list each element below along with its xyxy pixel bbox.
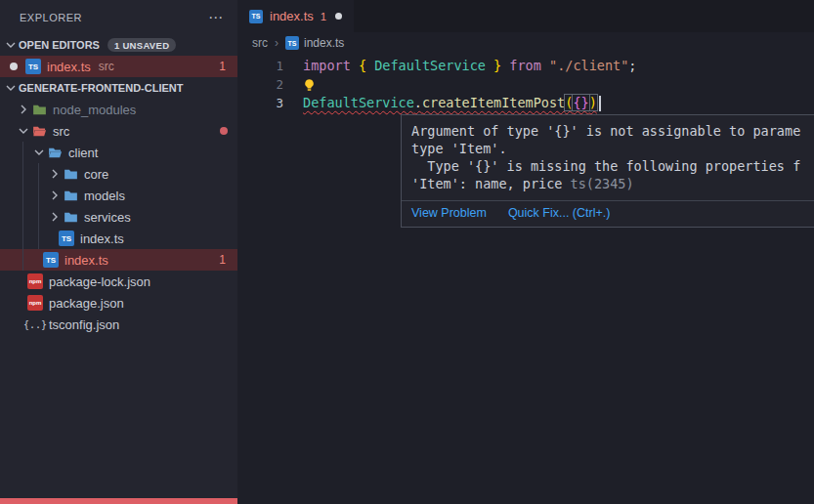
tree-item-src[interactable]: src bbox=[0, 120, 237, 142]
tree-item-package-json[interactable]: npm package.json bbox=[0, 292, 237, 314]
open-editors-label: OPEN EDITORS bbox=[19, 39, 100, 51]
code-line-1[interactable]: 1 import { DefaultService } from "./clie… bbox=[237, 57, 814, 75]
tree-item-models[interactable]: models bbox=[0, 185, 237, 206]
folder-icon bbox=[63, 188, 78, 203]
npm-file-icon: npm bbox=[27, 273, 43, 289]
chevron-down-icon bbox=[3, 80, 19, 96]
tab-label: index.ts bbox=[270, 9, 314, 23]
token-identifier: DefaultService bbox=[303, 95, 414, 110]
breadcrumb: src › TS index.ts bbox=[237, 32, 814, 54]
tree-item-label: models bbox=[84, 189, 125, 203]
open-editors-header[interactable]: OPEN EDITORS 1 UNSAVED bbox=[0, 34, 237, 56]
chevron-down-icon bbox=[31, 145, 47, 160]
token-close-brace: } bbox=[486, 57, 509, 75]
lightbulb-icon[interactable] bbox=[303, 78, 316, 92]
vscode-window: EXPLORER ⋯ OPEN EDITORS 1 UNSAVED TS ind… bbox=[0, 0, 814, 504]
tree-item-node-modules[interactable]: node_modules bbox=[0, 99, 237, 120]
open-editor-file-name: index.ts bbox=[47, 60, 91, 74]
token-dot: . bbox=[414, 95, 422, 110]
view-problem-link[interactable]: View Problem bbox=[411, 206, 487, 220]
folder-open-icon bbox=[47, 145, 63, 160]
editor-pane: TS index.ts 1 src › TS index.ts 1 import… bbox=[237, 0, 814, 504]
explorer-sidebar: EXPLORER ⋯ OPEN EDITORS 1 UNSAVED TS ind… bbox=[0, 0, 237, 504]
chevron-right-icon bbox=[47, 188, 63, 203]
json-braces-file-icon: {..} bbox=[27, 316, 43, 332]
tree-item-client[interactable]: client bbox=[0, 142, 237, 163]
workspace-label: GENERATE-FRONTEND-CLIENT bbox=[19, 82, 183, 94]
error-hover-tooltip: Argument of type '{}' is not assignable … bbox=[401, 114, 814, 228]
token-close-paren: ) bbox=[589, 95, 597, 110]
problems-dot-icon bbox=[220, 127, 228, 135]
chevron-down-icon bbox=[16, 123, 31, 139]
indent-guide bbox=[38, 163, 39, 249]
open-editor-item-index-ts[interactable]: TS index.ts src 1 bbox=[0, 56, 237, 77]
hover-message-line: type 'Item'. bbox=[411, 140, 814, 157]
workspace-section-header[interactable]: GENERATE-FRONTEND-CLIENT bbox=[0, 77, 237, 99]
tab-error-count: 1 bbox=[321, 11, 326, 22]
token-semicolon: ; bbox=[628, 57, 636, 75]
chevron-right-icon bbox=[47, 209, 63, 225]
folder-icon bbox=[63, 209, 78, 225]
token-open-brace: { bbox=[359, 57, 374, 75]
tree-item-src-index-ts[interactable]: TS index.ts 1 bbox=[0, 249, 237, 271]
explorer-title: EXPLORER bbox=[20, 12, 82, 23]
line-number: 2 bbox=[237, 75, 283, 94]
chevron-right-icon bbox=[47, 166, 63, 182]
breadcrumb-item-src[interactable]: src bbox=[252, 36, 268, 50]
tree-item-label: package.json bbox=[49, 296, 124, 311]
hover-message-line: Type '{}' is missing the following prope… bbox=[411, 157, 814, 175]
tree-item-tsconfig-json[interactable]: {..} tsconfig.json bbox=[0, 314, 237, 335]
code-line-3[interactable]: 3 DefaultService.createItemItemPost({}) bbox=[237, 94, 814, 112]
hover-message-line: 'Item': name, price ts(2345) bbox=[411, 175, 814, 192]
tree-item-core[interactable]: core bbox=[0, 163, 237, 185]
tree-item-label: core bbox=[84, 167, 108, 182]
tree-item-label: node_modules bbox=[53, 103, 136, 117]
chevron-right-icon bbox=[16, 102, 31, 117]
error-count-badge: 1 bbox=[219, 60, 237, 73]
line-number: 1 bbox=[237, 57, 283, 75]
token-identifier: DefaultService bbox=[374, 57, 486, 75]
code-line-2[interactable]: 2 bbox=[237, 75, 814, 94]
typescript-file-icon: TS bbox=[25, 59, 41, 74]
token-empty-object-arg: {} bbox=[573, 95, 588, 110]
folder-icon bbox=[63, 166, 78, 182]
hover-message: Argument of type '{}' is not assignable … bbox=[402, 115, 814, 200]
typescript-file-icon: TS bbox=[285, 36, 299, 50]
unsaved-count-badge: 1 UNSAVED bbox=[107, 38, 176, 52]
typescript-file-icon: TS bbox=[249, 10, 263, 23]
tree-item-label: services bbox=[84, 210, 131, 225]
folder-icon bbox=[31, 102, 47, 117]
token-module-string: "./client" bbox=[549, 57, 628, 75]
tab-index-ts[interactable]: TS index.ts 1 bbox=[237, 0, 354, 32]
token-method: createItemItemPost bbox=[422, 95, 565, 110]
quick-fix-link[interactable]: Quick Fix... (Ctrl+.) bbox=[508, 206, 611, 220]
tab-bar: TS index.ts 1 bbox=[237, 0, 814, 32]
tree-item-label: package-lock.json bbox=[49, 274, 150, 289]
tree-item-label: index.ts bbox=[80, 231, 124, 246]
error-count-badge: 1 bbox=[219, 253, 237, 267]
tree-item-package-lock-json[interactable]: npm package-lock.json bbox=[0, 271, 237, 292]
bracket-match-highlight: ({}) bbox=[565, 95, 597, 110]
token-keyword-from: from bbox=[509, 57, 549, 75]
hover-message-line: Argument of type '{}' is not assignable … bbox=[411, 122, 814, 140]
hover-message-text: 'Item': name, price bbox=[411, 176, 571, 191]
token-keyword-import: import bbox=[303, 57, 359, 75]
tree-item-label: tsconfig.json bbox=[49, 317, 119, 332]
tree-item-label: index.ts bbox=[64, 253, 108, 268]
tree-item-services[interactable]: services bbox=[0, 206, 237, 228]
breadcrumb-separator-icon: › bbox=[275, 36, 278, 50]
explorer-header: EXPLORER ⋯ bbox=[0, 0, 237, 34]
tree-item-client-index-ts[interactable]: TS index.ts bbox=[0, 228, 237, 249]
breadcrumb-item-file[interactable]: TS index.ts bbox=[285, 36, 344, 50]
text-cursor-caret bbox=[599, 96, 601, 111]
unsaved-dot-icon[interactable] bbox=[335, 13, 342, 20]
folder-open-icon bbox=[31, 123, 47, 139]
chevron-down-icon bbox=[3, 37, 19, 53]
more-actions-icon[interactable]: ⋯ bbox=[208, 9, 224, 26]
status-strip bbox=[0, 498, 237, 504]
file-tree: node_modules src client bbox=[0, 99, 237, 335]
typescript-file-icon: TS bbox=[43, 252, 59, 268]
modified-dot-icon bbox=[10, 63, 18, 70]
code-editor[interactable]: 1 import { DefaultService } from "./clie… bbox=[237, 54, 814, 112]
tree-item-label: client bbox=[68, 146, 98, 160]
